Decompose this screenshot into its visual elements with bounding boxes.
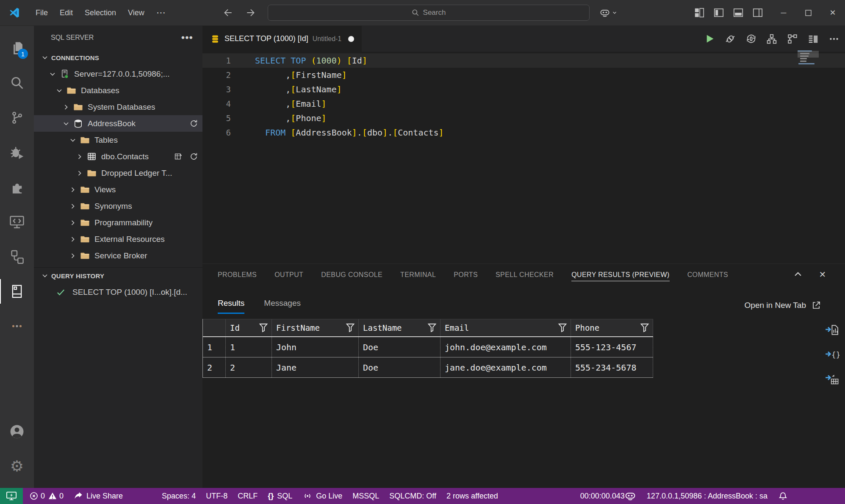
remote-indicator[interactable] [0, 488, 23, 504]
cell-id[interactable]: 2 [226, 357, 272, 377]
cell-id[interactable]: 1 [226, 337, 272, 357]
panel-tab-output[interactable]: OUTPUT [274, 269, 303, 281]
statusbar-query-time[interactable]: 00:00:00.043 [580, 492, 625, 501]
panel-tab-terminal[interactable]: TERMINAL [400, 269, 436, 281]
cell-lastname[interactable]: Doe [359, 337, 441, 357]
results-subtab-messages[interactable]: Messages [264, 299, 301, 314]
filter-funnel-icon[interactable] [427, 323, 437, 333]
tree-item-databases[interactable]: Databases [34, 82, 202, 99]
search-input[interactable]: Search [268, 5, 590, 21]
activitybar-search[interactable] [0, 66, 34, 100]
window-minimize-icon[interactable]: ─ [771, 0, 796, 25]
cell-lastname[interactable]: Doe [359, 357, 441, 377]
panel-tab-ports[interactable]: PORTS [454, 269, 478, 281]
statusbar-language-mode[interactable]: {}SQL [268, 492, 292, 501]
panel-maximize-icon[interactable] [792, 269, 803, 280]
minimap[interactable] [798, 49, 819, 66]
row-number-cell[interactable]: 1 [203, 337, 226, 357]
estimated-plan-button[interactable] [766, 33, 778, 45]
refresh-icon[interactable] [189, 152, 198, 161]
panel-tab-comments[interactable]: COMMENTS [687, 269, 729, 281]
activitybar-extensions[interactable] [0, 170, 34, 205]
tree-item-addressbook[interactable]: AddressBook [34, 115, 202, 132]
code-line-4[interactable]: 4 ,[Email] [202, 97, 845, 111]
statusbar-mssql-flavor[interactable]: MSSQL [352, 492, 379, 501]
statusbar-connection-info[interactable]: 127.0.0.1,50986 : AddressBook : sa [647, 492, 767, 501]
filter-funnel-icon[interactable] [346, 323, 355, 333]
nav-forward-icon[interactable] [244, 6, 258, 20]
tree-item-system-databases[interactable]: System Databases [34, 99, 202, 115]
column-header-phone[interactable]: Phone [571, 319, 653, 336]
tree-item-dbo-contacts[interactable]: dbo.Contacts [34, 148, 202, 165]
run-query-button[interactable] [704, 33, 715, 45]
statusbar-go-live[interactable]: Go Live [302, 492, 342, 501]
activitybar-more-views[interactable] [0, 309, 34, 343]
panel-tab-problems[interactable]: PROBLEMS [218, 269, 257, 281]
activitybar-explorer[interactable]: 1 [0, 31, 34, 66]
tree-item-dropped-ledger-t[interactable]: Dropped Ledger T... [34, 165, 202, 181]
tree-item-views[interactable]: Views [34, 181, 202, 198]
save-as-json-button[interactable]: {} [826, 348, 839, 361]
column-header-email[interactable]: Email [441, 319, 571, 336]
cell-email[interactable]: jane.doe@example.com [441, 357, 571, 377]
activitybar-source-control[interactable] [0, 100, 34, 135]
filter-funnel-icon[interactable] [259, 323, 268, 333]
code-editor[interactable]: 1SELECT TOP (1000) [Id]2 ,[FirstName]3 ,… [202, 52, 845, 265]
panel-close-icon[interactable]: ✕ [817, 269, 828, 280]
query-history-item[interactable]: SELECT TOP (1000) [I...ok].[d... [34, 284, 202, 300]
row-number-header[interactable] [203, 319, 226, 336]
save-as-csv-button[interactable] [826, 323, 839, 337]
grid-row-2[interactable]: 22JaneDoejane.doe@example.com555-234-567… [203, 357, 653, 378]
activitybar-account[interactable] [0, 414, 34, 449]
filter-funnel-icon[interactable] [640, 323, 649, 333]
window-maximize-icon[interactable] [796, 0, 820, 25]
menu-edit[interactable]: Edit [54, 8, 79, 17]
sidebar-more-actions-icon[interactable]: ••• [181, 32, 193, 44]
panel-tab-debug-console[interactable]: DEBUG CONSOLE [321, 269, 382, 281]
statusbar-indentation[interactable]: Spaces: 4 [162, 492, 196, 501]
refresh-icon[interactable] [189, 119, 198, 128]
disconnect-button[interactable] [724, 33, 736, 45]
column-header-lastname[interactable]: LastName [359, 319, 441, 336]
activitybar-run-debug[interactable] [0, 135, 34, 170]
code-line-1[interactable]: 1SELECT TOP (1000) [Id] [202, 53, 845, 68]
statusbar-problems[interactable]: 00 [30, 492, 64, 501]
statusbar-copilot[interactable] [625, 491, 636, 501]
actual-plan-button[interactable] [787, 33, 798, 45]
tree-item-programmability[interactable]: Programmability [34, 214, 202, 231]
toggle-secondary-sidebar-icon[interactable] [751, 6, 764, 19]
connections-section-header[interactable]: CONNECTIONS [34, 50, 202, 66]
cell-firstname[interactable]: Jane [272, 357, 359, 377]
nav-back-icon[interactable] [220, 6, 235, 20]
tree-item-tables[interactable]: Tables [34, 132, 202, 148]
panel-tab-query-results-preview[interactable]: QUERY RESULTS (PREVIEW) [571, 269, 669, 281]
menu-view[interactable]: View [122, 8, 150, 17]
menu-file[interactable]: File [30, 8, 54, 17]
activitybar-remote-explorer[interactable] [0, 205, 34, 239]
filter-funnel-icon[interactable] [558, 323, 567, 333]
menu-selection[interactable]: Selection [79, 8, 122, 17]
tree-item-synonyms[interactable]: Synonyms [34, 198, 202, 214]
open-in-new-tab-button[interactable]: Open in New Tab [745, 300, 821, 310]
cell-firstname[interactable]: John [272, 337, 359, 357]
statusbar-live-share[interactable]: Live Share [74, 492, 123, 501]
copilot-menu[interactable] [600, 8, 618, 17]
editor-tab-untitled-1[interactable]: SELECT TOP (1000) [Id] Untitled-1 [202, 26, 362, 52]
cell-phone[interactable]: 555-234-5678 [571, 357, 653, 377]
window-close-icon[interactable]: ✕ [820, 0, 845, 25]
grid-row-1[interactable]: 11JohnDoejohn.doe@example.com555-123-456… [203, 337, 653, 357]
activitybar-sql-server[interactable] [0, 274, 34, 309]
code-line-5[interactable]: 5 ,[Phone] [202, 111, 845, 125]
code-line-2[interactable]: 2 ,[FirstName] [202, 68, 845, 82]
tree-item-server-127-0-0-1-50986[interactable]: Server=127.0.0.1,50986;... [34, 66, 202, 82]
change-connection-button[interactable] [745, 33, 757, 45]
save-as-excel-button[interactable] [826, 372, 839, 386]
statusbar-encoding[interactable]: UTF-8 [206, 492, 227, 501]
tree-item-service-broker[interactable]: Service Broker [34, 247, 202, 264]
statusbar-eol[interactable]: CRLF [238, 492, 258, 501]
statusbar-notifications[interactable] [779, 492, 787, 501]
code-line-6[interactable]: 6 FROM [AddressBook].[dbo].[Contacts] [202, 125, 845, 140]
toggle-sidebar-icon[interactable] [712, 6, 725, 19]
menu-overflow-icon[interactable]: ⋯ [150, 7, 172, 18]
panel-tab-spell-checker[interactable]: SPELL CHECKER [496, 269, 554, 281]
